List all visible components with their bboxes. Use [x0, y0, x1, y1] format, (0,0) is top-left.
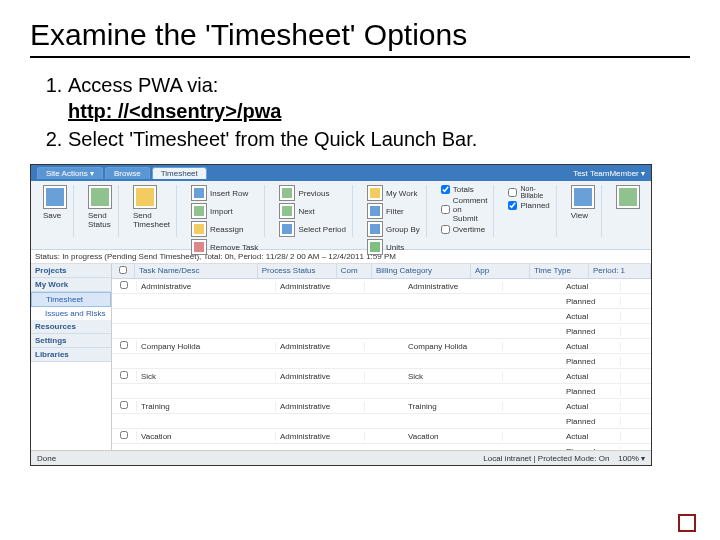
timesheet-grid: Task Name/Desc Process Status Com Billin… [112, 264, 651, 450]
ribbon-tabs-bar: Site Actions ▾ Browse Timesheet Test Tea… [31, 165, 651, 181]
user-menu[interactable]: Test TeamMember ▾ [573, 169, 645, 178]
mywork-label: My Work [386, 189, 417, 198]
my-work-dropdown[interactable]: My Work [367, 185, 420, 201]
groupby-icon [367, 221, 383, 237]
status-zoom[interactable]: 100% [618, 454, 638, 463]
view-label: View [571, 211, 595, 220]
steps-list: Access PWA via: http: //<dnsentry>/pwa S… [40, 72, 690, 152]
save-label: Save [43, 211, 67, 220]
sidebar-settings-header[interactable]: Settings [31, 334, 111, 348]
reassign-icon [191, 221, 207, 237]
table-row[interactable]: Planned [112, 414, 651, 429]
units-icon [367, 239, 383, 255]
col-process-status[interactable]: Process Status [258, 264, 337, 278]
step-2: Select 'Timesheet' from the Quick Launch… [68, 126, 690, 152]
sidebar-issues-risks-item[interactable]: Issues and Risks [31, 307, 111, 320]
insert-row-icon [191, 185, 207, 201]
cell-time-type: Actual [562, 342, 621, 351]
save-button[interactable] [43, 185, 67, 209]
comment-label: Comment on Submit [453, 196, 488, 223]
tab-timesheet[interactable]: Timesheet [152, 167, 207, 179]
table-row[interactable]: Planned [112, 354, 651, 369]
send-timesheet-icon [133, 185, 157, 209]
table-row[interactable]: Actual [112, 309, 651, 324]
groupby-label: Group By [386, 225, 420, 234]
title-rule [30, 56, 690, 58]
send-status-button[interactable] [88, 185, 112, 209]
table-row[interactable]: AdministrativeAdministrativeAdministrati… [112, 279, 651, 294]
col-comment[interactable]: Com [337, 264, 372, 278]
totals-checkbox[interactable]: Totals [441, 185, 488, 194]
select-period-button[interactable]: Select Period [279, 221, 346, 237]
row-checkbox[interactable] [120, 371, 128, 379]
send-timesheet-button[interactable] [133, 185, 170, 209]
insert-row-label: Insert Row [210, 189, 248, 198]
cell-process-status: Administrative [276, 372, 365, 381]
table-row[interactable]: Planned [112, 324, 651, 339]
cell-time-type: Planned [562, 417, 621, 426]
next-button[interactable]: Next [279, 203, 346, 219]
filter-button[interactable]: Filter [367, 203, 420, 219]
overtime-checkbox[interactable]: Overtime [441, 225, 488, 234]
cell-task-name: Vacation [137, 432, 276, 441]
cell-time-type: Actual [562, 432, 621, 441]
ribbon: Save Send Status Send Timesheet Insert R… [31, 181, 651, 250]
cell-billing-category: Training [404, 402, 503, 411]
group-by-button[interactable]: Group By [367, 221, 420, 237]
comment-on-submit-checkbox[interactable]: Comment on Submit [441, 196, 488, 223]
view-icon [571, 185, 595, 209]
sidebar-mywork-header[interactable]: My Work [31, 278, 111, 292]
status-done: Done [37, 454, 56, 463]
browser-status-bar: Done Local intranet | Protected Mode: On… [31, 450, 651, 465]
sidebar-resources-header[interactable]: Resources [31, 320, 111, 334]
row-checkbox[interactable] [120, 341, 128, 349]
table-row[interactable]: Planned [112, 294, 651, 309]
totals-label: Totals [453, 185, 474, 194]
sidebar-timesheet-item[interactable]: Timesheet [31, 292, 111, 307]
cell-task-name: Company Holida [137, 342, 276, 351]
col-checkbox[interactable] [112, 264, 135, 278]
export-excel-button[interactable] [616, 185, 640, 209]
cell-billing-category: Administrative [404, 282, 503, 291]
status-line: Status: In progress (Pending Send Timesh… [31, 250, 651, 264]
row-checkbox[interactable] [120, 281, 128, 289]
grid-header: Task Name/Desc Process Status Com Billin… [112, 264, 651, 279]
insert-row-button[interactable]: Insert Row [191, 185, 258, 201]
site-actions-menu[interactable]: Site Actions ▾ [37, 167, 103, 179]
previous-button[interactable]: Previous [279, 185, 346, 201]
cell-time-type: Planned [562, 327, 621, 336]
cell-billing-category: Sick [404, 372, 503, 381]
cell-time-type: Actual [562, 402, 621, 411]
col-period[interactable]: Period: 1 [589, 264, 651, 278]
table-row[interactable]: Company HolidaAdministrativeCompany Holi… [112, 339, 651, 354]
row-checkbox[interactable] [120, 431, 128, 439]
import-icon [191, 203, 207, 219]
import-button[interactable]: Import [191, 203, 258, 219]
step-1: Access PWA via: http: //<dnsentry>/pwa [68, 72, 690, 124]
col-approval[interactable]: App [471, 264, 530, 278]
filter-icon [367, 203, 383, 219]
table-row[interactable]: SickAdministrativeSickActual [112, 369, 651, 384]
view-button[interactable] [571, 185, 595, 209]
planned-checkbox[interactable]: Planned [508, 201, 549, 210]
table-row[interactable]: Planned [112, 384, 651, 399]
screenshot: Site Actions ▾ Browse Timesheet Test Tea… [30, 164, 652, 466]
slide-corner-accent [678, 514, 696, 532]
col-time-type[interactable]: Time Type [530, 264, 589, 278]
row-checkbox[interactable] [120, 401, 128, 409]
pwa-url: http: //<dnsentry>/pwa [68, 100, 281, 122]
cell-time-type: Planned [562, 297, 621, 306]
cell-task-name: Administrative [137, 282, 276, 291]
save-icon [43, 185, 67, 209]
reassign-button[interactable]: Reassign [191, 221, 258, 237]
cell-time-type: Actual [562, 372, 621, 381]
col-task-name[interactable]: Task Name/Desc [135, 264, 258, 278]
cell-time-type: Planned [562, 387, 621, 396]
sidebar-projects-header[interactable]: Projects [31, 264, 111, 278]
col-billing-category[interactable]: Billing Category [372, 264, 471, 278]
table-row[interactable]: TrainingAdministrativeTrainingActual [112, 399, 651, 414]
tab-browse[interactable]: Browse [105, 167, 150, 179]
table-row[interactable]: VacationAdministrativeVacationActual [112, 429, 651, 444]
sidebar-libraries-header[interactable]: Libraries [31, 348, 111, 362]
nonbillable-checkbox[interactable]: Non-Billable [508, 185, 549, 199]
